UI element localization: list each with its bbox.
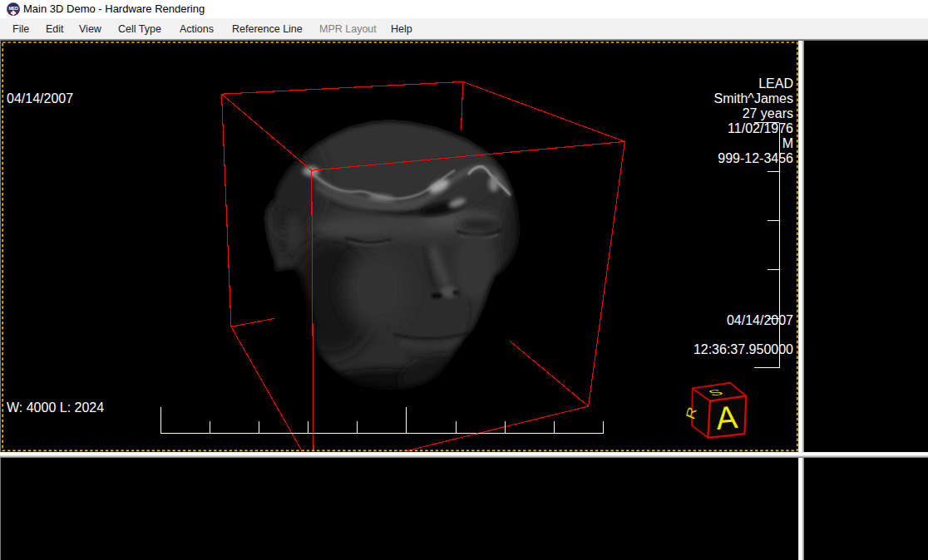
- svg-text:MED: MED: [8, 6, 18, 11]
- svg-text:A: A: [714, 399, 739, 436]
